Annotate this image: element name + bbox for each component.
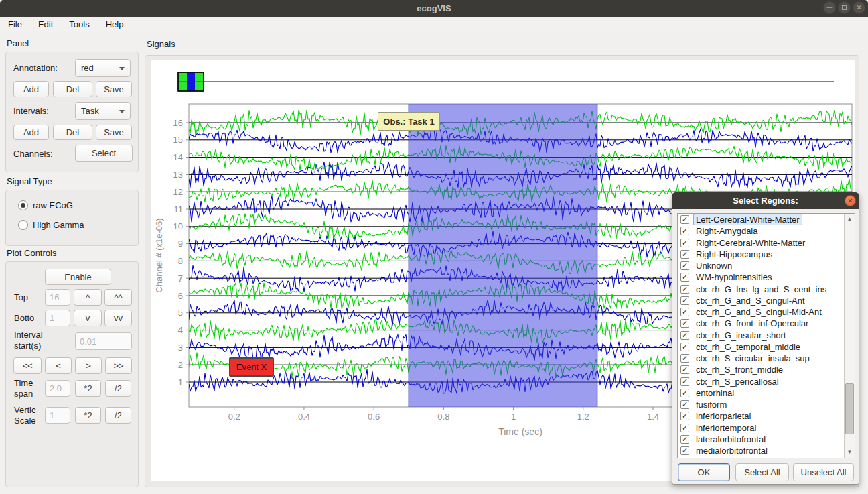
region-list-item[interactable]: ✓Right-Amygdala	[678, 225, 855, 237]
annotation-save-button[interactable]: Save	[96, 81, 132, 97]
time-span-halve-button[interactable]: /2	[105, 380, 131, 397]
menu-file[interactable]: File	[0, 17, 30, 32]
time-span-field[interactable]: 2.0	[45, 380, 70, 397]
checkbox-checked-icon[interactable]: ✓	[680, 389, 689, 397]
vertical-scale-field[interactable]: 1	[45, 407, 70, 424]
bottom-label: Botto	[14, 313, 34, 324]
annotation-del-button[interactable]: Del	[53, 81, 92, 97]
region-list-item[interactable]: ✓medialorbitofrontal	[678, 445, 855, 456]
dialog-title: Select Regions:	[733, 196, 798, 206]
checkbox-checked-icon[interactable]: ✓	[680, 227, 689, 235]
radio-high-gamma[interactable]	[18, 220, 28, 230]
checkbox-checked-icon[interactable]: ✓	[680, 365, 689, 374]
event-marker[interactable]: Event X	[229, 357, 274, 377]
vertical-scale-halve-button[interactable]: /2	[105, 407, 131, 424]
intervals-dropdown[interactable]: Task	[75, 102, 131, 120]
radio-raw-ecog[interactable]	[18, 200, 28, 210]
time-scrollbar[interactable]	[178, 72, 834, 91]
checkbox-checked-icon[interactable]: ✓	[680, 261, 689, 270]
channels-select-button[interactable]: Select	[75, 145, 133, 162]
unselect-all-button[interactable]: Unselect All	[793, 463, 854, 481]
region-list-item[interactable]: ✓inferiortemporal	[678, 422, 855, 434]
bottom-field[interactable]: 1	[45, 310, 70, 326]
vertical-scale-label: Vertic Scale	[14, 405, 48, 426]
region-list-item[interactable]: ✓Left-Cerebral-White-Matter	[678, 214, 855, 225]
time-scrollbar-window[interactable]	[187, 72, 195, 91]
region-list-item[interactable]: ✓fusiform	[678, 399, 855, 410]
annotation-dropdown[interactable]: red	[75, 59, 131, 77]
checkbox-checked-icon[interactable]: ✓	[680, 412, 689, 420]
step-back-button[interactable]: <	[45, 357, 72, 374]
region-list-item[interactable]: ✓ctx_rh_S_front_middle	[678, 364, 855, 375]
checkbox-checked-icon[interactable]: ✓	[680, 308, 689, 316]
region-list-item[interactable]: ✓ctx_rh_S_circular_insula_sup	[678, 353, 855, 364]
checkbox-checked-icon[interactable]: ✓	[680, 273, 689, 282]
region-list-item[interactable]: ✓Right-Hippocampus	[678, 249, 855, 260]
region-list-item[interactable]: ✓ctx_rh_G_Ins_lg_and_S_cent_ins	[678, 284, 855, 295]
select-all-button[interactable]: Select All	[735, 463, 789, 481]
top-field[interactable]: 16	[45, 289, 70, 306]
interval-start-field[interactable]: 0.01	[75, 332, 132, 350]
region-list-item[interactable]: ✓ctx_rh_G_and_S_cingul-Mid-Ant	[678, 306, 855, 318]
checkbox-checked-icon[interactable]: ✓	[680, 215, 689, 224]
checkbox-checked-icon[interactable]: ✓	[680, 400, 689, 409]
y-tick-label: 12	[173, 187, 183, 197]
region-list-item[interactable]: ✓WM-hypointensities	[678, 271, 855, 283]
vertical-scale-double-button[interactable]: *2	[75, 407, 101, 424]
time-span-double-button[interactable]: *2	[75, 380, 101, 397]
page-back-button[interactable]: <<	[13, 357, 42, 374]
intervals-add-button[interactable]: Add	[13, 125, 49, 140]
checkbox-checked-icon[interactable]: ✓	[680, 343, 689, 351]
annotation-add-button[interactable]: Add	[13, 81, 49, 97]
channel-up-button[interactable]: ^	[74, 289, 102, 306]
channel-down-button[interactable]: v	[74, 310, 102, 326]
region-list-item[interactable]: ✓Unknown	[678, 260, 855, 271]
checkbox-checked-icon[interactable]: ✓	[680, 435, 689, 444]
close-icon[interactable]: ✕	[853, 1, 865, 14]
region-list-item[interactable]: ✓ctx_rh_S_pericallosal	[678, 376, 855, 387]
scrollbar-thumb[interactable]	[845, 383, 854, 434]
channel-down-fast-button[interactable]: vv	[104, 310, 132, 326]
region-list-item[interactable]: ✓lateralorbitofrontal	[678, 434, 855, 445]
scroll-up-icon[interactable]: ▲	[845, 214, 855, 224]
x-axis-title: Time (sec)	[498, 426, 542, 437]
intervals-save-button[interactable]: Save	[96, 125, 132, 140]
scroll-down-icon[interactable]: ▼	[845, 448, 855, 457]
region-list-item[interactable]: ✓inferiorparietal	[678, 410, 855, 422]
checkbox-checked-icon[interactable]: ✓	[680, 239, 689, 247]
minimize-icon[interactable]: ─	[823, 1, 836, 14]
channel-up-fast-button[interactable]: ^^	[104, 289, 132, 306]
checkbox-checked-icon[interactable]: ✓	[680, 250, 689, 259]
region-list-item[interactable]: ✓ctx_rh_G_temporal_middle	[678, 341, 855, 353]
checkbox-checked-icon[interactable]: ✓	[680, 285, 689, 294]
checkbox-checked-icon[interactable]: ✓	[680, 354, 689, 363]
checkbox-checked-icon[interactable]: ✓	[680, 424, 689, 432]
ok-button[interactable]: OK	[678, 463, 730, 481]
channels-label: Channels:	[13, 149, 53, 160]
step-forward-button[interactable]: >	[75, 357, 102, 374]
region-list-item[interactable]: ✓ctx_rh_G_front_inf-Opercular	[678, 318, 855, 329]
checkbox-checked-icon[interactable]: ✓	[680, 331, 689, 340]
region-list-scrollbar[interactable]: ▲ ▼	[844, 214, 855, 458]
page-forward-button[interactable]: >>	[105, 357, 132, 374]
maximize-icon[interactable]	[838, 1, 851, 14]
menu-tools[interactable]: Tools	[61, 17, 97, 32]
checkbox-checked-icon[interactable]: ✓	[680, 319, 689, 328]
region-list-item[interactable]: ✓Right-Cerebral-White-Matter	[678, 237, 855, 249]
region-list[interactable]: ✓Left-Cerebral-White-Matter✓Right-Amygda…	[677, 213, 855, 458]
region-list-item-label: WM-hypointensities	[694, 272, 774, 282]
region-list-item[interactable]: ✓entorhinal	[678, 387, 855, 399]
region-list-item[interactable]: ✓ctx_rh_G_and_S_cingul-Ant	[678, 295, 855, 306]
region-list-item[interactable]: ✓ctx_rh_G_insular_short	[678, 330, 855, 341]
enable-button[interactable]: Enable	[45, 269, 111, 285]
checkbox-checked-icon[interactable]: ✓	[680, 377, 689, 386]
interval-region[interactable]	[409, 104, 597, 407]
checkbox-checked-icon[interactable]: ✓	[680, 446, 689, 455]
dialog-title-bar[interactable]: Select Regions: ✕	[672, 192, 859, 209]
checkbox-checked-icon[interactable]: ✓	[680, 296, 689, 305]
intervals-del-button[interactable]: Del	[53, 125, 92, 140]
menu-help[interactable]: Help	[98, 17, 132, 32]
dialog-close-icon[interactable]: ✕	[845, 195, 856, 206]
menu-edit[interactable]: Edit	[30, 17, 61, 32]
region-list-item-label: Unknown	[694, 261, 734, 271]
